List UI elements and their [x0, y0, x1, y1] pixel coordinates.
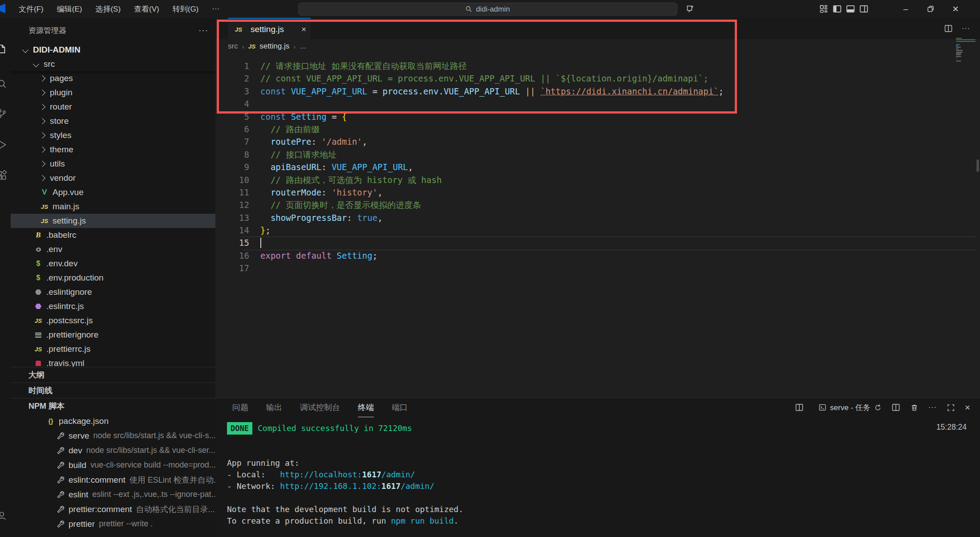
tree-item-.eslintrc.js[interactable]: .eslintrc.js: [11, 299, 215, 313]
minimize-button[interactable]: –: [899, 0, 912, 18]
terminal-task-entry[interactable]: serve - 任务: [818, 403, 882, 413]
code-line-9[interactable]: 9 apiBaseURL: VUE_APP_API_URL,: [215, 161, 980, 173]
breadcrumb-file[interactable]: setting.js: [259, 42, 289, 51]
tree-item-theme[interactable]: theme: [11, 142, 215, 157]
extensions-icon[interactable]: [0, 170, 8, 182]
npm-script-eslint-comment[interactable]: eslint:comment使用 ESLint 检查并自动...: [11, 472, 215, 487]
sidebar-section-outline[interactable]: 大纲: [11, 367, 215, 382]
compile-status-text: Compiled successfully in 72120ms: [258, 423, 412, 434]
tree-item-.babelrc[interactable]: B.babelrc: [11, 228, 215, 242]
code-line-14[interactable]: 14};: [215, 224, 980, 236]
close-tab-icon[interactable]: ×: [301, 24, 306, 34]
kill-terminal-trash-icon[interactable]: [910, 403, 919, 412]
tree-item-src[interactable]: src: [11, 57, 215, 71]
run-debug-icon[interactable]: [0, 139, 8, 151]
source-control-icon[interactable]: [0, 108, 8, 119]
toggle-sidebar-left-icon[interactable]: [832, 4, 842, 14]
code-area[interactable]: 1// 请求接口地址 如果没有配置自动获取当前网址路径2// const VUE…: [215, 53, 980, 404]
npm-script-prettier-comment[interactable]: prettier:comment自动格式化当前目录...: [11, 502, 215, 517]
copilot-button[interactable]: [685, 0, 699, 18]
breadcrumb[interactable]: src › JS setting.js › ...: [215, 39, 980, 53]
close-window-button[interactable]: ×: [949, 0, 962, 18]
account-icon[interactable]: [0, 510, 8, 521]
code-line-2[interactable]: 2// const VUE_APP_API_URL = process.env.…: [215, 72, 980, 85]
tree-item-plugin[interactable]: plugin: [11, 85, 215, 100]
menu-more[interactable]: ···: [207, 3, 225, 15]
terminal-output[interactable]: DONECompiled successfully in 72120msApp …: [227, 423, 971, 527]
tree-item-.env.dev[interactable]: $.env.dev: [11, 256, 215, 271]
code-line-11[interactable]: 11 routerMode: 'history',: [215, 186, 980, 199]
code-line-7[interactable]: 7 routePre: '/admin',: [215, 135, 980, 148]
tree-item-.prettierignore[interactable]: .prettierignore: [11, 328, 215, 342]
code-line-12[interactable]: 12 // 页面切换时，是否显示模拟的进度条: [215, 199, 980, 211]
breadcrumb-src[interactable]: src: [228, 42, 238, 51]
npm-script-eslint[interactable]: eslinteslint --ext .js,.vue,.ts --ignore…: [11, 487, 215, 502]
toggle-sidebar-right-icon[interactable]: [859, 4, 869, 14]
command-search-box[interactable]: didi-admin: [298, 3, 677, 16]
npm-script-serve[interactable]: servenode src/libs/start.js && vue-cli-s…: [11, 428, 215, 443]
tree-item-.travis.yml[interactable]: .travis.yml: [11, 356, 215, 367]
tree-item-.postcssrc.js[interactable]: JS.postcssrc.js: [11, 313, 215, 328]
tree-item-didi-admin[interactable]: DIDI-ADMIN: [11, 43, 215, 57]
code-line-10[interactable]: 10 // 路由模式，可选值为 history 或 hash: [215, 174, 980, 186]
panel-tab-端口[interactable]: 端口: [392, 398, 408, 417]
code-line-6[interactable]: 6 // 路由前缀: [215, 123, 980, 135]
tree-item-styles[interactable]: styles: [11, 128, 215, 142]
npm-script-dev[interactable]: devnode src/libs/start.js && vue-cli-ser…: [11, 443, 215, 458]
panel-tab-问题[interactable]: 问题: [232, 398, 248, 417]
customize-layout-icon[interactable]: [819, 4, 829, 14]
tree-item-setting.js[interactable]: JSsetting.js: [11, 214, 215, 228]
tree-item-pages[interactable]: pages: [11, 71, 215, 85]
editor-more-actions-icon[interactable]: ···: [962, 24, 970, 33]
split-terminal-icon[interactable]: [891, 403, 900, 412]
toggle-panel-icon[interactable]: [846, 4, 855, 14]
menu-文件(F)[interactable]: 文件(F): [13, 2, 49, 16]
code-line-3[interactable]: 3const VUE_APP_API_URL = process.env.VUE…: [215, 85, 980, 98]
restore-button[interactable]: [924, 0, 937, 18]
npm-script-prettier[interactable]: prettierprettier --write .: [11, 517, 215, 531]
tree-item-.prettierrc.js[interactable]: JS.prettierrc.js: [11, 342, 215, 356]
menu-转到(G)[interactable]: 转到(G): [167, 2, 204, 16]
tree-item-.env[interactable]: .env: [11, 242, 215, 256]
code-line-1[interactable]: 1// 请求接口地址 如果没有配置自动获取当前网址路径: [215, 60, 980, 72]
explorer-icon[interactable]: [0, 44, 8, 55]
menu-选择(S)[interactable]: 选择(S): [90, 2, 126, 16]
code-line-15[interactable]: 15: [215, 236, 980, 249]
panel-more-actions-icon[interactable]: ···: [928, 403, 937, 411]
tree-item-main.js[interactable]: JSmain.js: [11, 199, 215, 214]
npm-script-build[interactable]: buildvue-cli-service build --mode=prod..…: [11, 458, 215, 472]
panel-tab-输出[interactable]: 输出: [266, 398, 282, 417]
sidebar-section-npm-scripts[interactable]: NPM 脚本: [11, 398, 215, 414]
explorer-more-actions-icon[interactable]: ···: [198, 25, 208, 35]
tree-item-.env.production[interactable]: $.env.production: [11, 271, 215, 285]
minimap[interactable]: [956, 38, 976, 64]
code-line-4[interactable]: 4: [215, 98, 980, 110]
minimap-line: [956, 44, 960, 45]
menu-编辑(E)[interactable]: 编辑(E): [52, 2, 88, 16]
tab-setting-js[interactable]: JS setting.js ×: [228, 18, 311, 40]
tree-item-utils[interactable]: utils: [11, 157, 215, 171]
code-line-5[interactable]: 5const Setting = {: [215, 110, 980, 123]
split-editor-icon[interactable]: [944, 24, 953, 33]
close-panel-icon[interactable]: ×: [965, 402, 970, 413]
relaunch-task-icon[interactable]: [874, 404, 882, 411]
tree-item-.eslintignore[interactable]: .eslintignore: [11, 285, 215, 299]
code-line-8[interactable]: 8 // 接口请求地址: [215, 148, 980, 161]
code-line-13[interactable]: 13 showProgressBar: true,: [215, 212, 980, 224]
panel-tab-终端[interactable]: 终端: [358, 398, 374, 417]
editor-scrollbar[interactable]: [976, 159, 979, 172]
npm-package-json[interactable]: {}package.json: [11, 414, 215, 428]
tree-item-router[interactable]: router: [11, 100, 215, 114]
code-line-16[interactable]: 16export default Setting;: [215, 249, 980, 262]
code-line-17[interactable]: 17: [215, 262, 980, 274]
breadcrumb-symbol[interactable]: ...: [300, 42, 306, 51]
tree-item-vendor[interactable]: vendor: [11, 171, 215, 185]
tree-item-store[interactable]: store: [11, 114, 215, 128]
panel-tab-调试控制台[interactable]: 调试控制台: [300, 398, 340, 417]
search-icon[interactable]: [0, 78, 8, 90]
sidebar-section-timeline[interactable]: 时间线: [11, 382, 215, 398]
menu-查看(V)[interactable]: 查看(V): [129, 2, 165, 16]
launch-profile-button[interactable]: [795, 403, 809, 412]
maximize-panel-icon[interactable]: [947, 403, 955, 412]
tree-item-app.vue[interactable]: VApp.vue: [11, 185, 215, 199]
